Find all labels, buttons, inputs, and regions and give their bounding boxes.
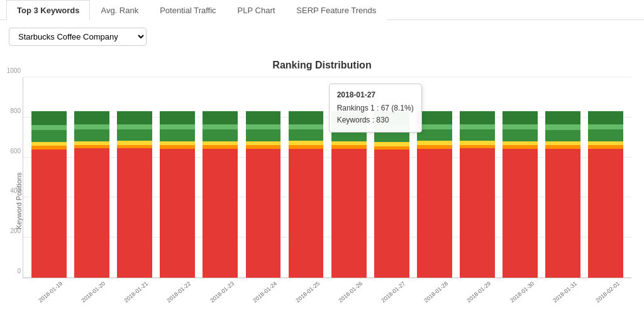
bar-group[interactable] bbox=[586, 77, 625, 278]
bar-segment-pos2_3 bbox=[417, 124, 452, 129]
bar-stack[interactable] bbox=[502, 111, 538, 278]
bar-segment-pos50plus bbox=[545, 149, 580, 278]
bar-group[interactable] bbox=[115, 77, 154, 278]
y-tick-label: 1000 bbox=[2, 67, 21, 74]
bar-segment-pos50plus bbox=[246, 149, 281, 278]
bar-stack[interactable] bbox=[246, 111, 281, 278]
bar-segment-pos1 bbox=[74, 111, 109, 124]
tabs-list: Top 3 KeywordsAvg. RankPotential Traffic… bbox=[0, 0, 644, 20]
bar-segment-pos11_30 bbox=[289, 141, 324, 145]
bar-stack[interactable] bbox=[74, 111, 109, 278]
bar-group[interactable] bbox=[415, 77, 454, 278]
bar-segment-pos1 bbox=[331, 111, 367, 124]
bar-segment-pos50plus bbox=[31, 150, 67, 278]
x-axis-label: 2018-02-01 bbox=[591, 278, 631, 310]
x-axis-label: 2018-01-30 bbox=[505, 278, 548, 310]
bar-group[interactable] bbox=[243, 77, 282, 278]
bar-segment-pos2_3 bbox=[160, 124, 195, 129]
x-axis-label: 2018-01-31 bbox=[548, 278, 591, 310]
bar-group[interactable] bbox=[458, 77, 497, 278]
bar-segment-pos4_10 bbox=[460, 129, 495, 141]
bar-segment-pos1 bbox=[460, 111, 495, 124]
bar-stack[interactable] bbox=[374, 111, 409, 278]
bar-segment-pos4_10 bbox=[31, 130, 67, 142]
bar-group[interactable] bbox=[201, 77, 240, 278]
bar-segment-pos4_10 bbox=[203, 129, 238, 141]
bar-stack[interactable] bbox=[31, 111, 67, 278]
y-tick-label: 0 bbox=[2, 268, 21, 275]
x-axis-label: 2018-01-20 bbox=[76, 278, 119, 310]
x-label-wrap: 2018-01-27 bbox=[372, 278, 411, 310]
bar-group[interactable] bbox=[543, 77, 582, 278]
bar-segment-pos1 bbox=[246, 111, 281, 124]
company-select[interactable]: Starbucks Coffee Company bbox=[9, 28, 147, 46]
bar-group[interactable] bbox=[330, 77, 369, 278]
bar-segment-pos1 bbox=[160, 111, 195, 124]
bar-group[interactable] bbox=[72, 77, 111, 278]
bar-stack[interactable] bbox=[289, 111, 324, 278]
x-axis-label: 2018-01-24 bbox=[248, 278, 291, 310]
bar-segment-pos2_3 bbox=[588, 124, 623, 129]
bar-stack[interactable] bbox=[203, 111, 238, 278]
bar-segment-pos4_10 bbox=[289, 129, 324, 141]
bar-stack[interactable] bbox=[331, 111, 367, 278]
x-label-wrap: 2018-01-22 bbox=[157, 278, 196, 310]
bar-segment-pos2_3 bbox=[117, 124, 152, 130]
bar-segment-pos2_3 bbox=[246, 124, 281, 129]
bar-stack[interactable] bbox=[160, 111, 195, 278]
bar-group[interactable] bbox=[30, 77, 69, 278]
tab-plp[interactable]: PLP Chart bbox=[227, 0, 286, 20]
bar-segment-pos50plus bbox=[588, 149, 623, 278]
y-tick-label: 800 bbox=[2, 107, 21, 114]
bar-segment-pos50plus bbox=[502, 149, 538, 278]
bar-segment-pos4_10 bbox=[417, 129, 452, 141]
x-label-wrap: 2018-01-30 bbox=[501, 278, 540, 310]
bar-stack[interactable] bbox=[417, 111, 452, 278]
bar-stack[interactable] bbox=[588, 111, 623, 278]
bar-segment-pos4_10 bbox=[117, 129, 152, 141]
bar-segment-pos2_3 bbox=[289, 124, 324, 129]
bars-area bbox=[23, 77, 631, 278]
bar-segment-pos2_3 bbox=[374, 125, 409, 131]
bar-group[interactable] bbox=[501, 77, 540, 278]
bar-segment-pos2_3 bbox=[74, 124, 109, 129]
x-axis-label: 2018-01-19 bbox=[33, 278, 76, 310]
bar-stack[interactable] bbox=[460, 111, 495, 278]
tab-top3[interactable]: Top 3 Keywords bbox=[6, 0, 90, 20]
bar-group[interactable] bbox=[286, 77, 325, 278]
bar-group[interactable] bbox=[158, 77, 197, 278]
tab-traffic[interactable]: Potential Traffic bbox=[149, 0, 226, 20]
chart-title: Ranking Distribution bbox=[13, 60, 631, 71]
bar-segment-pos2_3 bbox=[31, 125, 67, 130]
bar-group[interactable] bbox=[372, 77, 411, 278]
tabs-bar: Top 3 KeywordsAvg. RankPotential Traffic… bbox=[0, 0, 644, 20]
tab-serp[interactable]: SERP Feature Trends bbox=[286, 0, 387, 20]
bar-segment-pos1 bbox=[545, 111, 580, 124]
bar-segment-pos2_3 bbox=[460, 124, 495, 129]
bar-segment-pos2_3 bbox=[545, 124, 580, 130]
bar-segment-pos50plus bbox=[374, 150, 409, 278]
x-axis-label: 2018-01-29 bbox=[462, 278, 505, 310]
x-axis-label: 2018-01-21 bbox=[119, 278, 162, 310]
bar-segment-pos4_10 bbox=[160, 129, 195, 141]
x-labels-row: 2018-01-192018-01-202018-01-212018-01-22… bbox=[23, 278, 631, 310]
tab-avgrank[interactable]: Avg. Rank bbox=[90, 0, 149, 20]
bar-segment-pos1 bbox=[374, 111, 409, 124]
bar-segment-pos1 bbox=[203, 111, 238, 124]
bar-segment-pos4_10 bbox=[374, 130, 409, 142]
bar-segment-pos1 bbox=[31, 111, 67, 124]
bar-segment-pos1 bbox=[588, 111, 623, 124]
bar-segment-pos50plus bbox=[417, 149, 452, 278]
bar-segment-pos50plus bbox=[331, 149, 367, 278]
bar-segment-pos4_10 bbox=[588, 129, 623, 141]
bar-stack[interactable] bbox=[545, 111, 580, 278]
bar-segment-pos4_10 bbox=[502, 129, 538, 141]
bar-stack[interactable] bbox=[117, 111, 152, 278]
bar-segment-pos2_3 bbox=[331, 124, 367, 129]
x-axis-label: 2018-01-26 bbox=[333, 278, 376, 310]
bar-segment-pos1 bbox=[289, 111, 324, 124]
chart-plot: 02004006008001000 2018-01-27 Rankings 1 … bbox=[23, 77, 631, 278]
bar-segment-pos50plus bbox=[460, 148, 495, 278]
x-label-wrap: 2018-01-21 bbox=[114, 278, 153, 310]
chart-wrap: Keyword Positions 02004006008001000 2018… bbox=[13, 77, 631, 316]
